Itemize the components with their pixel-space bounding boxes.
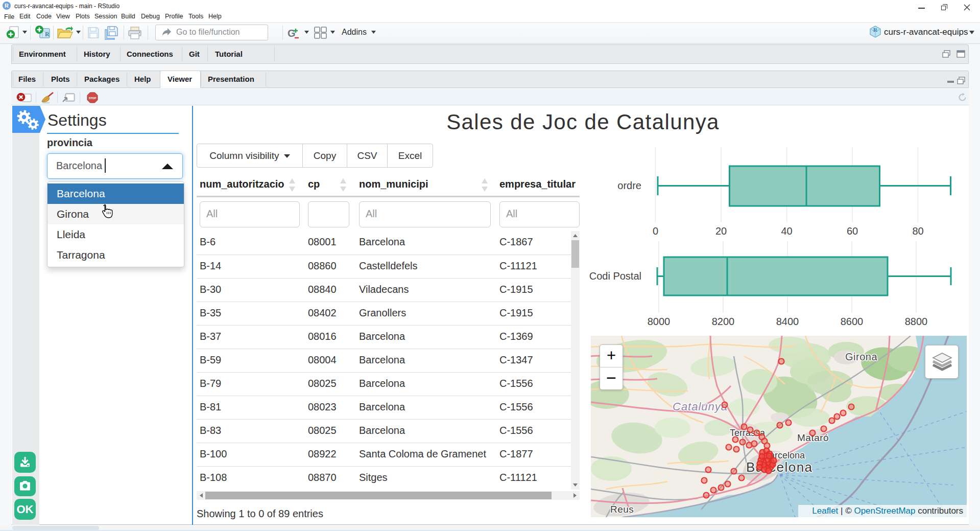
svg-text:80: 80 [912,225,923,237]
svg-text:ordre: ordre [617,180,641,191]
svg-text:STOP: STOP [89,97,97,100]
svg-text:20: 20 [715,225,727,237]
svg-text:Codi Postal: Codi Postal [589,270,641,282]
svg-text:60: 60 [847,225,858,237]
svg-text:Girona: Girona [845,351,877,362]
svg-text:0: 0 [653,225,658,237]
svg-text:8800: 8800 [905,316,928,327]
svg-text:Catalunya: Catalunya [673,400,728,413]
svg-text:8200: 8200 [712,316,735,327]
svg-text:8600: 8600 [841,316,864,327]
svg-text:R: R [873,27,878,33]
svg-text:40: 40 [781,225,792,237]
svg-text:8400: 8400 [776,316,799,327]
svg-text:R: R [45,31,50,38]
svg-text:Reus: Reus [610,504,634,515]
svg-text:8000: 8000 [648,316,671,327]
svg-text:G: G [288,28,296,39]
